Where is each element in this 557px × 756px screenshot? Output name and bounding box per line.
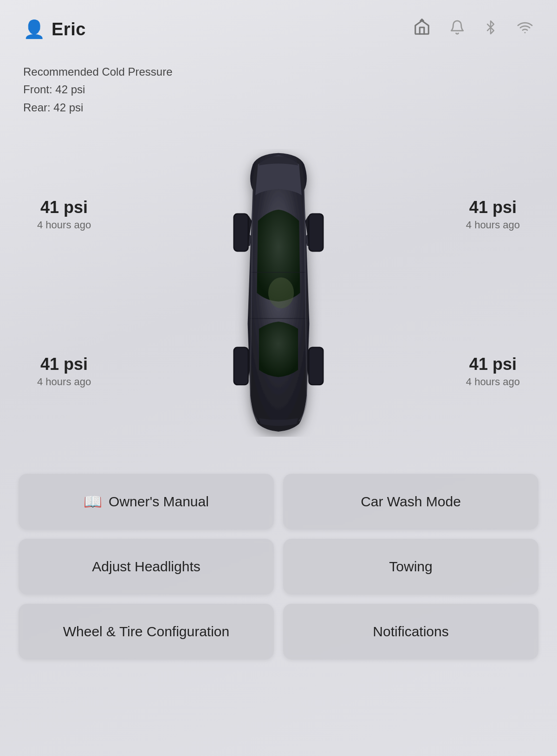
wheel-tire-button[interactable]: Wheel & Tire Configuration (19, 604, 274, 659)
book-icon: 📖 (84, 493, 102, 510)
svg-rect-7 (309, 214, 323, 251)
car-wash-mode-label: Car Wash Mode (361, 494, 461, 510)
pressure-label: Recommended Cold Pressure (23, 63, 534, 81)
tire-rear-right: 41 psi 4 hours ago (466, 355, 520, 388)
owners-manual-button[interactable]: 📖 Owner's Manual (19, 474, 274, 530)
tire-rr-time: 4 hours ago (466, 376, 520, 388)
tire-front-left: 41 psi 4 hours ago (37, 198, 91, 231)
pressure-info: Recommended Cold Pressure Front: 42 psi … (0, 49, 557, 121)
svg-rect-11 (309, 348, 323, 385)
towing-label: Towing (389, 559, 432, 575)
adjust-headlights-button[interactable]: Adjust Headlights (19, 539, 274, 594)
bluetooth-icon[interactable] (484, 19, 498, 39)
car-diagram: 41 psi 4 hours ago 41 psi 4 hours ago (0, 126, 557, 460)
tire-rear-left: 41 psi 4 hours ago (37, 355, 91, 388)
wheel-tire-label: Wheel & Tire Configuration (63, 624, 230, 640)
home-icon[interactable] (413, 19, 431, 40)
buttons-grid: 📖 Owner's Manual Car Wash Mode Adjust He… (0, 465, 557, 669)
wifi-icon[interactable] (516, 19, 534, 39)
tire-fr-time: 4 hours ago (466, 219, 520, 231)
notifications-label: Notifications (373, 624, 448, 640)
owners-manual-label: Owner's Manual (109, 494, 209, 510)
towing-button[interactable]: Towing (283, 539, 538, 594)
username[interactable]: Eric (52, 19, 86, 39)
adjust-headlights-label: Adjust Headlights (92, 559, 200, 575)
tire-fr-psi: 41 psi (466, 198, 520, 217)
svg-rect-5 (234, 214, 248, 251)
tire-fl-time: 4 hours ago (37, 219, 91, 231)
svg-rect-9 (234, 348, 248, 385)
svg-point-1 (268, 278, 294, 308)
car-image (200, 149, 357, 437)
tire-front-right: 41 psi 4 hours ago (466, 198, 520, 231)
header-icons (413, 19, 534, 40)
tire-fl-psi: 41 psi (37, 198, 91, 217)
pressure-rear: Rear: 42 psi (23, 99, 534, 116)
tire-rl-time: 4 hours ago (37, 376, 91, 388)
tire-rr-psi: 41 psi (466, 355, 520, 374)
car-wash-mode-button[interactable]: Car Wash Mode (283, 474, 538, 530)
pressure-front: Front: 42 psi (23, 81, 534, 98)
header: 👤 Eric (0, 0, 557, 49)
notifications-button[interactable]: Notifications (283, 604, 538, 659)
tire-rl-psi: 41 psi (37, 355, 91, 374)
user-icon: 👤 (23, 19, 45, 39)
user-section[interactable]: 👤 Eric (23, 19, 86, 39)
bell-icon[interactable] (449, 19, 465, 39)
